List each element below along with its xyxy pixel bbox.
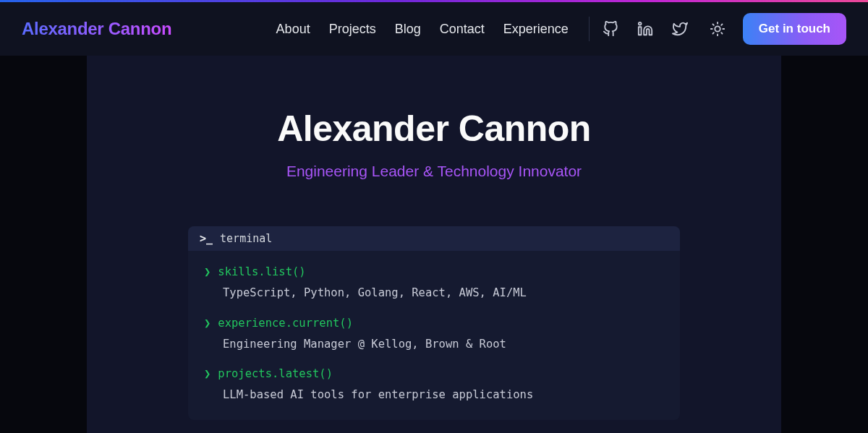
nav-contact[interactable]: Contact [440,22,485,37]
terminal-header: >_ terminal [188,226,680,251]
social-links [603,21,688,37]
svg-line-6 [721,33,722,33]
linkedin-icon[interactable] [637,21,653,37]
terminal-command: projects.latest() [218,367,333,380]
svg-rect-0 [639,27,642,35]
svg-point-2 [715,26,720,31]
terminal-row: ❯skills.list() [204,264,664,280]
terminal-card: >_ terminal ❯skills.list() TypeScript, P… [188,226,680,420]
nav-experience[interactable]: Experience [503,22,569,37]
svg-point-1 [639,22,642,25]
chevron-right-icon: ❯ [204,367,210,380]
terminal-output: TypeScript, Python, Golang, React, AWS, … [204,285,664,301]
hero-subtitle: Engineering Leader & Technology Innovato… [87,163,781,180]
terminal-prompt-icon: >_ [200,232,213,245]
site-header: Alexander Cannon About Projects Blog Con… [0,2,868,56]
chevron-right-icon: ❯ [204,265,210,278]
hero-content: Alexander Cannon Engineering Leader & Te… [87,56,781,433]
terminal-body: ❯skills.list() TypeScript, Python, Golan… [188,251,680,420]
terminal-output: Engineering Manager @ Kellog, Brown & Ro… [204,336,664,353]
get-in-touch-button[interactable]: Get in touch [743,13,846,45]
nav-projects[interactable]: Projects [329,22,376,37]
terminal-command: experience.current() [218,317,353,330]
nav-about[interactable]: About [276,22,310,37]
svg-line-9 [712,33,713,33]
terminal-row: ❯projects.latest() [204,366,664,382]
svg-line-5 [712,25,713,25]
hero-title: Alexander Cannon [87,108,781,150]
chevron-right-icon: ❯ [204,317,210,330]
hero-stage: Alexander Cannon Engineering Leader & Te… [0,56,868,433]
svg-line-10 [721,25,722,25]
terminal-output: LLM-based AI tools for enterprise applic… [204,387,664,403]
header-divider [589,17,590,41]
terminal-command: skills.list() [218,265,305,278]
primary-nav: About Projects Blog Contact Experience [276,22,569,37]
theme-toggle-icon[interactable] [710,21,726,37]
brand-logo[interactable]: Alexander Cannon [22,19,171,39]
nav-blog[interactable]: Blog [395,22,421,37]
twitter-icon[interactable] [672,21,688,37]
github-icon[interactable] [603,21,618,37]
terminal-row: ❯experience.current() [204,315,664,332]
terminal-label: terminal [220,232,272,245]
